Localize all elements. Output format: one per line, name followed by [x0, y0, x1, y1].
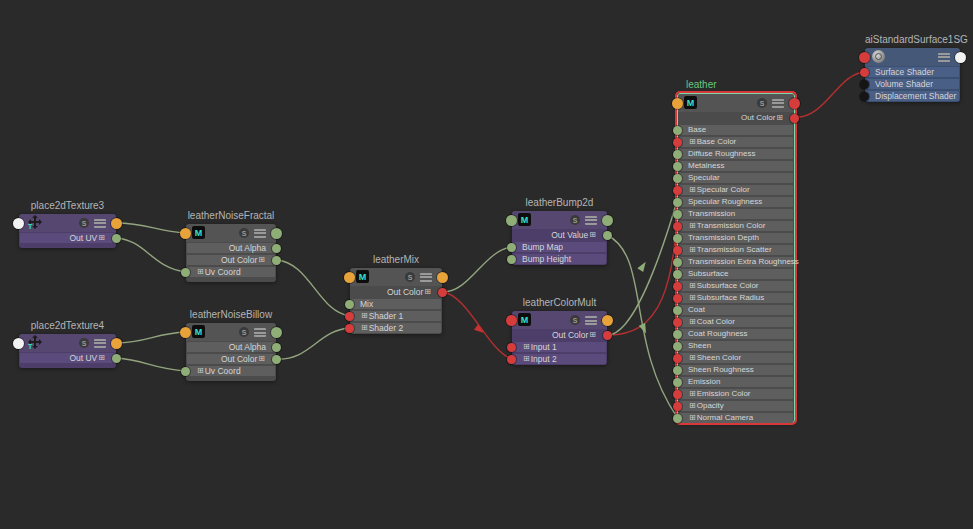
- attr-row-sheen-roughness[interactable]: Sheen Roughness: [678, 364, 794, 376]
- attr-row-out-color[interactable]: Out Color⊞: [186, 254, 276, 266]
- input-port[interactable]: [507, 255, 516, 264]
- output-port[interactable]: [272, 256, 281, 265]
- input-port[interactable]: [673, 162, 682, 171]
- attr-row-base[interactable]: Base: [678, 124, 794, 136]
- input-port[interactable]: [345, 324, 354, 333]
- expand-icon[interactable]: ⊞: [98, 354, 105, 362]
- expand-icon[interactable]: ⊞: [689, 186, 696, 194]
- expand-icon[interactable]: ⊞: [523, 343, 530, 351]
- attr-row-transmission-scatter[interactable]: ⊞Transmission Scatter: [678, 244, 794, 256]
- node-header[interactable]: M S: [678, 94, 794, 112]
- attr-row-transmission[interactable]: Transmission: [678, 208, 794, 220]
- node-place2dTexture4[interactable]: place2dTexture4 T S Out UV⊞: [19, 334, 116, 368]
- node-leatherNoiseBillow[interactable]: leatherNoiseBillow M S Out AlphaOut Colo…: [186, 323, 276, 381]
- attr-row-shader-1[interactable]: ⊞Shader 1: [350, 310, 442, 322]
- expand-icon[interactable]: ⊞: [589, 231, 596, 239]
- attr-row-emission-color[interactable]: ⊞Emission Color: [678, 388, 794, 400]
- input-port[interactable]: [859, 52, 870, 63]
- attr-row-transmission-color[interactable]: ⊞Transmission Color: [678, 220, 794, 232]
- output-port[interactable]: [603, 231, 612, 240]
- input-port[interactable]: [181, 268, 190, 277]
- attr-row-sheen[interactable]: Sheen: [678, 340, 794, 352]
- node-header[interactable]: M S: [512, 211, 607, 229]
- node-leather[interactable]: leather M S Out Color⊞Base⊞Base ColorDif…: [677, 93, 795, 423]
- input-port[interactable]: [673, 198, 682, 207]
- input-port[interactable]: [673, 342, 682, 351]
- input-port[interactable]: [673, 330, 682, 339]
- input-port[interactable]: [344, 272, 355, 283]
- attr-row-out-uv[interactable]: Out UV⊞: [19, 232, 116, 244]
- attr-row-input-1[interactable]: ⊞Input 1: [512, 341, 607, 353]
- attr-row-transmission-extra-roughness[interactable]: Transmission Extra Roughness: [678, 256, 794, 268]
- attr-row-shader-2[interactable]: ⊞Shader 2: [350, 322, 442, 334]
- attr-row-out-color[interactable]: Out Color⊞: [678, 112, 794, 124]
- input-port[interactable]: [673, 270, 682, 279]
- input-port[interactable]: [181, 367, 190, 376]
- input-port[interactable]: [673, 174, 682, 183]
- expand-icon[interactable]: ⊞: [689, 222, 696, 230]
- attr-row-transmission-depth[interactable]: Transmission Depth: [678, 232, 794, 244]
- menu-icon[interactable]: [772, 99, 784, 108]
- node-header[interactable]: [865, 48, 960, 66]
- output-port[interactable]: [790, 114, 799, 123]
- attr-row-out-uv[interactable]: Out UV⊞: [19, 352, 116, 364]
- input-port[interactable]: [860, 92, 869, 101]
- output-port[interactable]: [111, 218, 122, 229]
- input-port[interactable]: [506, 215, 517, 226]
- attr-row-mix[interactable]: Mix: [350, 298, 442, 310]
- expand-icon[interactable]: ⊞: [689, 138, 696, 146]
- expand-icon[interactable]: ⊞: [689, 318, 696, 326]
- attr-row-subsurface-color[interactable]: ⊞Subsurface Color: [678, 280, 794, 292]
- output-port[interactable]: [112, 354, 121, 363]
- attr-row-out-color[interactable]: Out Color⊞: [350, 286, 442, 298]
- input-port[interactable]: [180, 228, 191, 239]
- menu-icon[interactable]: [585, 216, 597, 225]
- input-port[interactable]: [673, 210, 682, 219]
- input-port[interactable]: [13, 218, 24, 229]
- output-port[interactable]: [602, 215, 613, 226]
- attr-row-out-color[interactable]: Out Color⊞: [186, 353, 276, 365]
- attr-row-emission[interactable]: Emission: [678, 376, 794, 388]
- input-port[interactable]: [673, 294, 682, 303]
- input-port[interactable]: [673, 282, 682, 291]
- expand-icon[interactable]: ⊞: [361, 324, 368, 332]
- expand-icon[interactable]: ⊞: [689, 354, 696, 362]
- output-port[interactable]: [272, 244, 281, 253]
- input-port[interactable]: [673, 258, 682, 267]
- attr-row-uv-coord[interactable]: ⊞Uv Coord: [186, 365, 276, 377]
- menu-icon[interactable]: [254, 328, 266, 337]
- output-port[interactable]: [111, 338, 122, 349]
- node-leatherMix[interactable]: leatherMix M S Out Color⊞Mix⊞Shader 1⊞Sh…: [350, 268, 442, 334]
- input-port[interactable]: [673, 414, 682, 423]
- output-port[interactable]: [112, 234, 121, 243]
- attr-row-subsurface-radius[interactable]: ⊞Subsurface Radius: [678, 292, 794, 304]
- input-port[interactable]: [672, 98, 683, 109]
- expand-icon[interactable]: ⊞: [589, 331, 596, 339]
- input-port[interactable]: [180, 327, 191, 338]
- input-port[interactable]: [507, 355, 516, 364]
- input-port[interactable]: [13, 338, 24, 349]
- expand-icon[interactable]: ⊞: [776, 114, 783, 122]
- attr-row-out-alpha[interactable]: Out Alpha: [186, 242, 276, 254]
- node-header[interactable]: M S: [350, 268, 442, 286]
- attr-row-volume-shader[interactable]: Volume Shader: [865, 78, 960, 90]
- attr-row-specular[interactable]: Specular: [678, 172, 794, 184]
- node-leatherBump2d[interactable]: leatherBump2d M S Out Value⊞Bump MapBump…: [512, 211, 607, 265]
- output-port[interactable]: [272, 343, 281, 352]
- input-port[interactable]: [673, 306, 682, 315]
- node-header[interactable]: M S: [186, 323, 276, 341]
- input-port[interactable]: [673, 378, 682, 387]
- expand-icon[interactable]: ⊞: [689, 414, 696, 422]
- input-port[interactable]: [673, 150, 682, 159]
- node-header[interactable]: T S: [19, 334, 116, 352]
- attr-row-specular-roughness[interactable]: Specular Roughness: [678, 196, 794, 208]
- output-port[interactable]: [272, 355, 281, 364]
- attr-row-coat-roughness[interactable]: Coat Roughness: [678, 328, 794, 340]
- attr-row-bump-map[interactable]: Bump Map: [512, 241, 607, 253]
- attr-row-opacity[interactable]: ⊞Opacity: [678, 400, 794, 412]
- attr-row-normal-camera[interactable]: ⊞Normal Camera: [678, 412, 794, 424]
- expand-icon[interactable]: ⊞: [689, 294, 696, 302]
- attr-row-out-value[interactable]: Out Value⊞: [512, 229, 607, 241]
- output-port[interactable]: [271, 228, 282, 239]
- attr-row-coat[interactable]: Coat: [678, 304, 794, 316]
